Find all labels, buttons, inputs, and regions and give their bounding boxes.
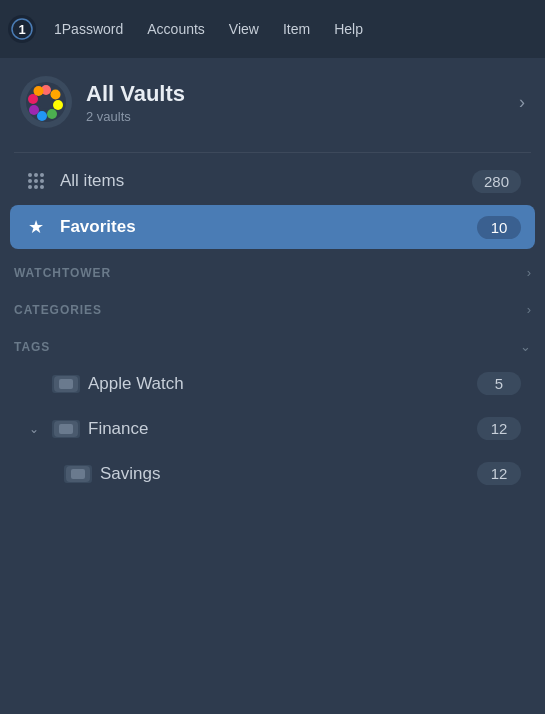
section-header-categories[interactable]: CATEGORIES › <box>0 288 545 325</box>
tag-badge-savings: 12 <box>477 462 521 485</box>
vault-name: All Vaults <box>86 81 505 107</box>
tag-badge-finance: 12 <box>477 417 521 440</box>
svg-point-16 <box>28 179 32 183</box>
tag-label-apple-watch: Apple Watch <box>88 374 469 394</box>
svg-text:1: 1 <box>18 22 25 37</box>
svg-point-18 <box>40 179 44 183</box>
tag-label-finance: Finance <box>88 419 469 439</box>
svg-point-19 <box>28 185 32 189</box>
tag-item-savings[interactable]: Savings 12 <box>10 452 535 495</box>
vault-icon <box>20 76 72 128</box>
svg-point-5 <box>51 90 61 100</box>
vault-count: 2 vaults <box>86 109 505 124</box>
svg-point-20 <box>34 185 38 189</box>
svg-point-12 <box>39 95 53 109</box>
tags-label: TAGS <box>14 340 512 354</box>
tag-icon-finance <box>52 420 80 438</box>
svg-rect-27 <box>71 469 85 479</box>
svg-point-9 <box>29 105 39 115</box>
all-items-icon <box>24 169 48 193</box>
svg-rect-25 <box>59 424 73 434</box>
all-items-badge: 280 <box>472 170 521 193</box>
tag-item-apple-watch[interactable]: Apple Watch 5 <box>10 362 535 405</box>
menu-help[interactable]: Help <box>322 15 375 43</box>
svg-rect-23 <box>59 379 73 389</box>
svg-point-6 <box>53 100 63 110</box>
section-header-watchtower[interactable]: WATCHTOWER › <box>0 251 545 288</box>
menu-view[interactable]: View <box>217 15 271 43</box>
menu-1password[interactable]: 1Password <box>42 15 135 43</box>
menu-item[interactable]: Item <box>271 15 322 43</box>
tags-chevron-icon: ⌄ <box>520 339 531 354</box>
svg-point-13 <box>28 173 32 177</box>
svg-point-14 <box>34 173 38 177</box>
watchtower-chevron-icon: › <box>527 265 531 280</box>
favorites-label: Favorites <box>60 217 465 237</box>
tag-icon-apple-watch <box>52 375 80 393</box>
sidebar-main: All items 280 ★ Favorites 10 <box>0 159 545 249</box>
favorites-icon: ★ <box>24 215 48 239</box>
tag-badge-apple-watch: 5 <box>477 372 521 395</box>
app-logo: 1 <box>8 15 36 43</box>
categories-label: CATEGORIES <box>14 303 519 317</box>
tag-label-savings: Savings <box>100 464 469 484</box>
svg-point-21 <box>40 185 44 189</box>
tags-list: Apple Watch 5 ⌄ Finance 12 Savings 12 <box>0 362 545 495</box>
tag-expand-finance[interactable]: ⌄ <box>24 422 44 436</box>
all-items-label: All items <box>60 171 460 191</box>
menu-bar: 1 1Password Accounts View Item Help <box>0 0 545 58</box>
menu-accounts[interactable]: Accounts <box>135 15 217 43</box>
sidebar-item-favorites[interactable]: ★ Favorites 10 <box>10 205 535 249</box>
section-header-tags[interactable]: TAGS ⌄ <box>0 325 545 362</box>
svg-point-17 <box>34 179 38 183</box>
vault-chevron-icon: › <box>519 92 525 113</box>
divider-1 <box>14 152 531 153</box>
tag-icon-savings <box>64 465 92 483</box>
svg-point-15 <box>40 173 44 177</box>
watchtower-label: WATCHTOWER <box>14 266 519 280</box>
svg-point-8 <box>37 111 47 121</box>
categories-chevron-icon: › <box>527 302 531 317</box>
sidebar-item-all-items[interactable]: All items 280 <box>10 159 535 203</box>
favorites-badge: 10 <box>477 216 521 239</box>
svg-point-7 <box>47 109 57 119</box>
vault-info: All Vaults 2 vaults <box>86 81 505 124</box>
tag-item-finance[interactable]: ⌄ Finance 12 <box>10 407 535 450</box>
svg-point-11 <box>34 86 44 96</box>
vault-header[interactable]: All Vaults 2 vaults › <box>0 58 545 146</box>
